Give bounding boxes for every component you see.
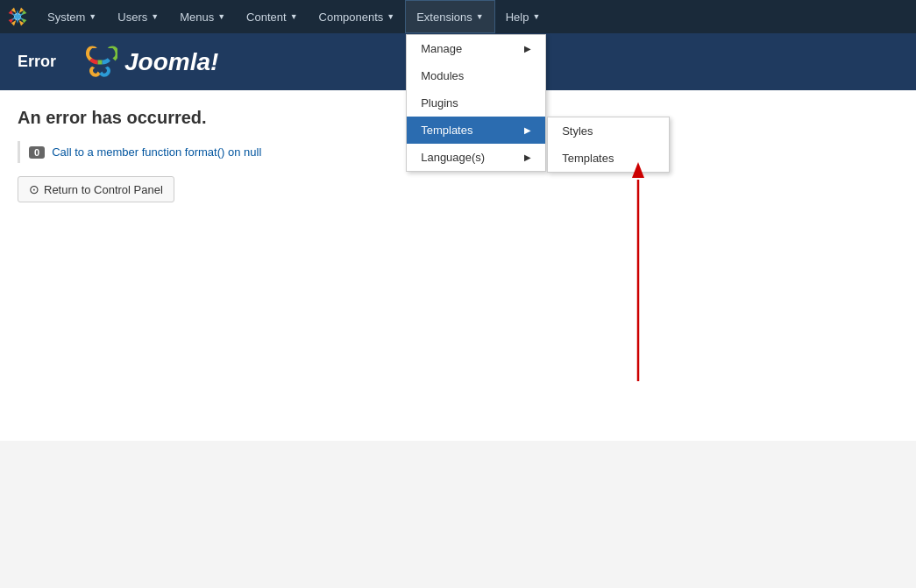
dropdown-languages[interactable]: Language(s) ▶	[407, 144, 545, 171]
plugins-label: Plugins	[421, 96, 458, 110]
styles-label: Styles	[562, 124, 593, 138]
submenu-styles[interactable]: Styles	[548, 117, 669, 145]
nav-components[interactable]: Components ▼	[309, 0, 406, 33]
components-label: Components	[319, 11, 384, 24]
manage-arrow: ▶	[524, 44, 531, 53]
content-label: Content	[246, 11, 287, 24]
system-caret: ▼	[89, 12, 96, 21]
joomla-logo-icon	[82, 45, 117, 80]
joomla-logo: Joomla!	[82, 45, 218, 80]
extensions-dropdown: Manage ▶ Modules Plugins Templates ▶	[406, 34, 546, 172]
nav-content[interactable]: Content ▼	[236, 0, 308, 33]
help-label: Help	[506, 11, 529, 24]
components-caret: ▼	[387, 12, 394, 21]
submenu-templates[interactable]: Templates	[548, 145, 669, 172]
joomla-logo-text: Joomla!	[124, 48, 218, 76]
return-button-label: Return to Control Panel	[44, 183, 163, 196]
return-control-panel-button[interactable]: ⊙ Return to Control Panel	[18, 176, 174, 202]
content-caret: ▼	[290, 12, 298, 21]
nav-menus[interactable]: Menus ▼	[169, 0, 236, 33]
nav-items: System ▼ Users ▼ Menus ▼ Content ▼ Compo…	[37, 0, 550, 33]
menus-caret: ▼	[217, 12, 225, 21]
nav-help[interactable]: Help ▼	[495, 0, 551, 33]
extensions-label: Extensions	[416, 11, 472, 24]
main-navbar: System ▼ Users ▼ Menus ▼ Content ▼ Compo…	[0, 0, 916, 33]
templates-sub-label: Templates	[562, 152, 614, 165]
languages-arrow: ▶	[524, 152, 531, 162]
error-badge: 0	[29, 146, 45, 159]
users-label: Users	[117, 11, 147, 24]
modules-label: Modules	[421, 69, 464, 82]
help-caret: ▼	[532, 12, 540, 21]
manage-label: Manage	[421, 42, 462, 55]
nav-extensions[interactable]: Extensions ▼ Manage ▶ Modules Plugins Te…	[405, 0, 495, 33]
templates-arrow: ▶	[524, 125, 531, 135]
menus-label: Menus	[180, 11, 214, 24]
extensions-caret: ▼	[476, 12, 484, 21]
header-title: Error	[18, 53, 56, 71]
nav-system[interactable]: System ▼	[37, 0, 107, 33]
templates-submenu: Styles Templates	[547, 117, 670, 173]
dropdown-templates[interactable]: Templates ▶ Styles Templates	[407, 117, 545, 144]
error-detail: Call to a member function format() on nu…	[52, 145, 261, 159]
brand-logo	[7, 6, 28, 27]
return-icon: ⊙	[29, 182, 39, 196]
joomla-star-icon	[7, 6, 28, 27]
system-label: System	[47, 11, 85, 24]
dropdown-manage[interactable]: Manage ▶	[407, 35, 545, 62]
nav-users[interactable]: Users ▼	[107, 0, 169, 33]
languages-label: Language(s)	[421, 151, 485, 164]
dropdown-modules[interactable]: Modules	[407, 62, 545, 89]
templates-label: Templates	[421, 124, 472, 137]
dropdown-plugins[interactable]: Plugins	[407, 89, 545, 117]
users-caret: ▼	[151, 12, 159, 21]
